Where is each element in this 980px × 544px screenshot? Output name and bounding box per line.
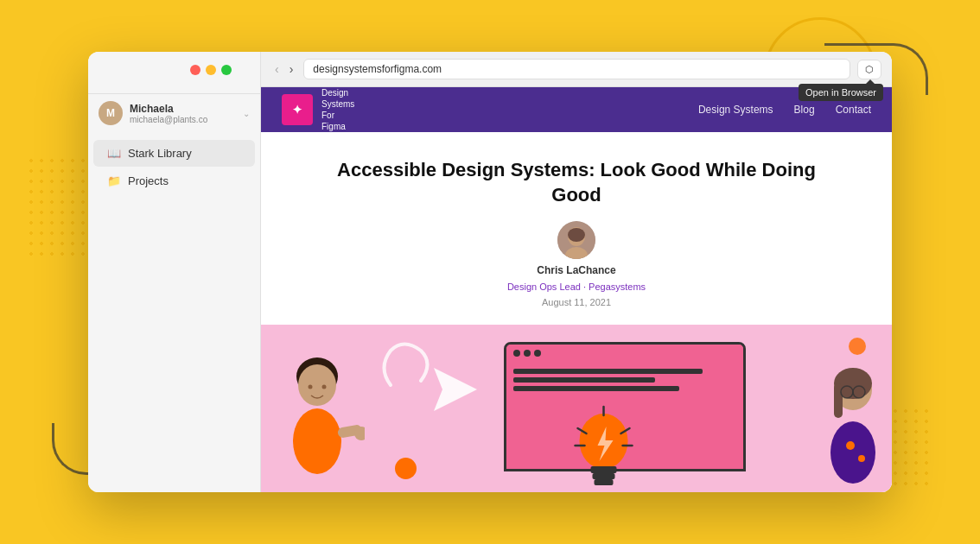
svg-point-17 [322, 385, 327, 389]
article-hero-image [261, 325, 892, 492]
hero-dot-2 [524, 350, 531, 357]
orange-circle-deco [395, 458, 417, 479]
sidebar: M Michaela michaela@plants.co ⌄ 📖 Stark … [88, 52, 261, 492]
hero-dot-1 [513, 350, 520, 357]
character-left-svg [270, 351, 365, 489]
site-logo: ✦ DesignSystemsForFigma [282, 87, 354, 132]
svg-point-18 [293, 408, 341, 474]
hero-line-1 [513, 369, 703, 374]
sidebar-item-stark-library[interactable]: 📖 Stark Library [93, 140, 255, 167]
author-avatar [557, 221, 595, 259]
forward-button[interactable]: › [286, 60, 297, 78]
svg-point-16 [309, 385, 313, 389]
author-name: Chris LaChance [537, 264, 615, 276]
hero-character-right [814, 359, 892, 492]
author-avatar-face [557, 221, 595, 259]
hero-browser-toolbar-mock [506, 345, 743, 362]
sidebar-item-label: Stark Library [128, 147, 192, 160]
sidebar-item-projects[interactable]: 📁 Projects [93, 168, 255, 194]
user-info-row[interactable]: M Michaela michaela@plants.co ⌄ [88, 94, 260, 132]
hero-lightbulb [574, 402, 634, 492]
nav-link-design-systems[interactable]: Design Systems [698, 104, 773, 116]
avatar: M [99, 101, 123, 125]
article-title: Accessible Design Systems: Look Good Whi… [313, 158, 840, 207]
open-browser-btn-area: ⬡ Open in Browser [857, 60, 881, 79]
site-navbar: ✦ DesignSystemsForFigma Design Systems B… [261, 87, 892, 132]
browser-window: M Michaela michaela@plants.co ⌄ 📖 Stark … [88, 52, 892, 492]
browser-toolbar: ‹ › designsystemsforfigma.com ⬡ Open in … [261, 52, 892, 87]
svg-point-29 [858, 455, 865, 462]
svg-marker-4 [434, 368, 477, 411]
nav-link-contact[interactable]: Contact [836, 104, 871, 116]
address-bar[interactable]: designsystemsforfigma.com [303, 59, 850, 79]
traffic-light-green[interactable] [221, 65, 232, 75]
browser-panel: ‹ › designsystemsforfigma.com ⬡ Open in … [261, 52, 892, 492]
nav-link-blog[interactable]: Blog [794, 104, 815, 116]
sidebar-top-area [88, 52, 260, 94]
author-role-text: Design Ops Lead · [507, 281, 589, 292]
article-date: August 11, 2021 [542, 297, 611, 307]
svg-rect-7 [593, 473, 615, 479]
bg-dots-left-decoration [26, 155, 95, 259]
orange-circle-deco-2 [849, 338, 866, 355]
hero-paper-airplane [434, 368, 477, 411]
back-button[interactable]: ‹ [271, 60, 283, 78]
chevron-down-icon: ⌄ [243, 109, 250, 118]
traffic-lights [190, 65, 232, 75]
open-in-browser-tooltip: Open in Browser [799, 84, 883, 101]
svg-point-28 [846, 441, 855, 450]
website-content: ✦ DesignSystemsForFigma Design Systems B… [261, 87, 892, 492]
user-details: Michaela michaela@plants.co [130, 103, 236, 124]
svg-point-2 [568, 228, 585, 242]
book-icon: 📖 [107, 147, 121, 160]
hero-line-2 [513, 377, 655, 383]
sidebar-item-label: Projects [128, 174, 169, 187]
site-logo-text: DesignSystemsForFigma [321, 87, 354, 132]
site-nav-links: Design Systems Blog Contact [698, 104, 871, 116]
site-logo-icon: ✦ [282, 94, 313, 125]
traffic-light-yellow[interactable] [206, 65, 216, 75]
author-company: Pegasystems [589, 281, 646, 292]
svg-rect-6 [591, 466, 617, 473]
character-right-svg [814, 359, 892, 489]
external-link-icon: ⬡ [865, 64, 874, 74]
hero-decorations [261, 325, 892, 492]
nav-arrows: ‹ › [271, 60, 296, 78]
sidebar-nav: 📖 Stark Library 📁 Projects [88, 132, 260, 202]
article-header: Accessible Design Systems: Look Good Whi… [261, 132, 892, 325]
article-content: Accessible Design Systems: Look Good Whi… [261, 132, 892, 492]
svg-rect-8 [595, 479, 614, 485]
hero-line-3 [513, 386, 679, 391]
author-section: Chris LaChance Design Ops Lead · Pegasys… [313, 221, 840, 307]
user-name: Michaela [130, 103, 236, 115]
hero-dot-3 [534, 350, 541, 357]
open-browser-button[interactable]: ⬡ [857, 60, 881, 79]
svg-point-15 [298, 364, 336, 406]
author-role: Design Ops Lead · Pegasystems [507, 281, 646, 292]
user-email: michaela@plants.co [130, 115, 236, 124]
folder-icon: 📁 [107, 174, 121, 187]
traffic-light-red[interactable] [190, 65, 200, 75]
hero-swirl-left [373, 333, 442, 402]
lightbulb-svg [574, 402, 634, 489]
hero-character-left [270, 351, 365, 492]
svg-point-27 [830, 421, 875, 484]
